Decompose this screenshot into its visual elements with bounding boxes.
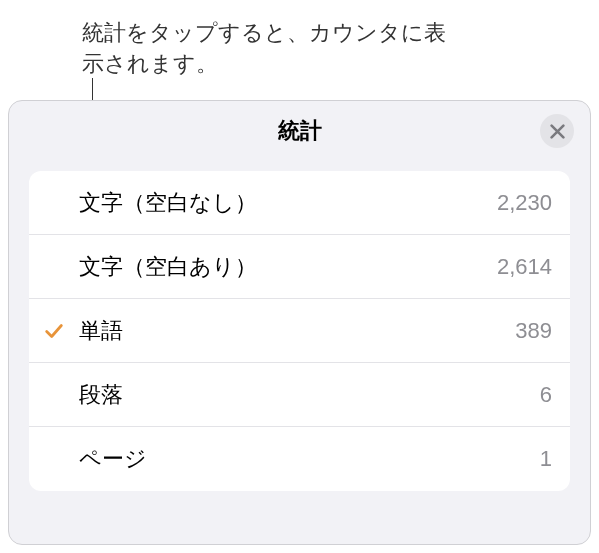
row-characters-no-spaces[interactable]: 文字（空白なし） 2,230 [29,171,570,235]
row-pages[interactable]: ページ 1 [29,427,570,491]
row-label: 段落 [79,380,540,410]
row-characters-with-spaces[interactable]: 文字（空白あり） 2,614 [29,235,570,299]
statistics-list: 文字（空白なし） 2,230 文字（空白あり） 2,614 単語 389 段落 … [29,171,570,491]
checkmark-icon [43,320,65,342]
check-col [29,320,79,342]
panel-header: 統計 [9,101,590,161]
row-value: 2,614 [497,254,552,280]
row-label: 単語 [79,316,515,346]
close-button[interactable] [540,114,574,148]
row-label: 文字（空白あり） [79,252,497,282]
row-label: 文字（空白なし） [79,188,497,218]
row-value: 2,230 [497,190,552,216]
row-value: 6 [540,382,552,408]
row-value: 389 [515,318,552,344]
callout-text: 統計をタップすると、カウンタに表示されます。 [82,18,452,80]
close-icon [550,124,565,139]
row-label: ページ [79,444,540,474]
statistics-panel: 統計 文字（空白なし） 2,230 文字（空白あり） 2,614 単語 389 [8,100,591,545]
row-value: 1 [540,446,552,472]
row-paragraphs[interactable]: 段落 6 [29,363,570,427]
row-words[interactable]: 単語 389 [29,299,570,363]
panel-title: 統計 [278,116,322,146]
